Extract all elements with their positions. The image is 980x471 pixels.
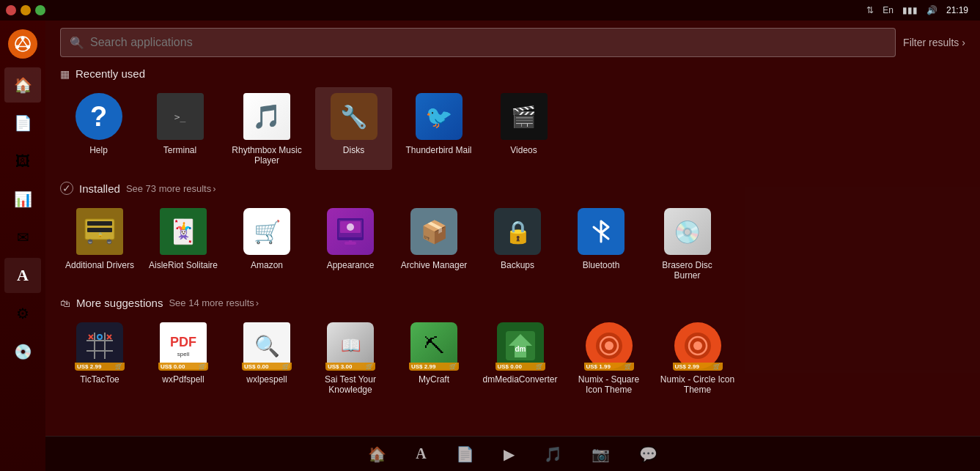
app-disks[interactable]: 🔧 Disks [315,87,392,170]
maximize-button[interactable] [35,5,45,15]
app-bluetooth-label: Bluetooth [583,260,620,270]
section-header-installed: ✓ Installed See 73 more results › [60,182,965,195]
app-appearance[interactable]: Appearance [311,202,390,285]
app-wxlpespell-label: wxlpespell [246,374,287,385]
app-thunderbird-label: Thunderbird Mail [405,145,471,155]
app-sai[interactable]: 📖 US$ 3.00🛒 Sai Test Your Knowledge [311,316,390,399]
taskbar-music-icon[interactable]: 🎵 [544,445,562,463]
installed-section: ✓ Installed See 73 more results › [60,182,965,285]
recently-used-section: ▦ Recently used ? Help [60,67,965,170]
app-help-label: Help [89,145,108,155]
suggestions-bag-icon: 🛍 [60,297,70,309]
app-videos[interactable]: 🎬 Videos [485,87,562,170]
app-bluetooth[interactable]: Bluetooth [561,202,641,285]
app-amazon-label: Amazon [251,260,283,270]
app-backups-label: Backups [501,260,534,270]
sidebar-item-photos[interactable]: 🖼 [4,144,41,179]
taskbar-home-icon[interactable]: 🏠 [368,445,386,463]
main-content: 🔍 Filter results › ▦ Recently used [45,21,980,471]
ubuntu-logo[interactable] [5,26,40,62]
app-archive-manager-label: Archive Manager [401,260,468,270]
app-terminal-icon: >_ [155,92,205,141]
app-help[interactable]: ? Help [60,87,137,170]
taskbar-doc-icon[interactable]: 📄 [456,445,474,463]
search-box[interactable]: 🔍 [60,28,896,57]
section-header-recently-used: ▦ Recently used [60,67,965,80]
svg-point-1 [21,37,25,40]
sidebar-item-text[interactable]: A [4,258,41,293]
app-sai-label: Sai Test Your Knowledge [314,374,387,395]
app-archive-manager[interactable]: 📦 Archive Manager [394,202,474,285]
svg-point-31 [605,341,614,350]
recently-used-grid: ? Help >_ Terminal [60,87,965,170]
app-terminal-label: Terminal [163,145,196,155]
chevron-right-installed-icon: › [213,183,215,194]
section-header-suggestions: 🛍 More suggestions See 14 more results › [60,297,965,309]
installed-checkmark-icon: ✓ [60,182,73,195]
close-button[interactable] [6,5,16,15]
taskbar-text-icon[interactable]: A [416,445,426,462]
app-dmmediaconverter[interactable]: dm US$ 0.00🛒 dmMediaConverter [478,316,562,399]
app-numix-square[interactable]: US$ 1.99🛒 Numix - Square Icon Theme [567,316,651,399]
sidebar-item-email[interactable]: ✉ [4,220,41,255]
clock: 21:19 [946,5,968,15]
suggestions-apps-grid: US$ 2.99🛒 TicTacToe PDF spell [60,316,965,399]
app-aisleriot-label: AisleRiot Solitaire [149,260,218,270]
app-help-icon: ? [74,92,124,141]
filter-results-button[interactable]: Filter results › [903,37,965,48]
app-appearance-label: Appearance [327,260,375,270]
app-list-scroll[interactable]: ▦ Recently used ? Help [45,62,980,436]
svg-rect-5 [87,221,112,226]
sidebar-item-home[interactable]: 🏠 [4,67,41,103]
installed-title: Installed [79,182,120,195]
sidebar-item-files[interactable]: 📄 [4,105,41,141]
search-area: 🔍 Filter results › [45,21,980,62]
window-controls [6,5,45,15]
app-brasero[interactable]: 💿 Brasero Disc Burner [645,202,729,285]
app-disks-label: Disks [343,145,364,155]
svg-point-34 [693,341,702,350]
taskbar-chat-icon[interactable]: 💬 [639,445,657,463]
app-dmmediaconverter-label: dmMediaConverter [482,374,557,385]
search-input[interactable] [90,36,886,49]
svg-rect-17 [349,240,352,242]
app-rhythmbox[interactable]: 🎵 Rhythmbox Music Player [223,87,311,170]
app-thunderbird-icon: 🐦 [414,92,464,141]
app-additional-drivers[interactable]: 🔒 Additional Drivers [60,202,139,285]
sidebar: 🏠 📄 🖼 📊 ✉ A ⚙ 💿 [0,21,45,471]
app-mycraft-label: MyCraft [419,374,449,385]
battery-icon: ▮▮▮ [902,5,918,15]
app-numix-circle[interactable]: US$ 2.99🛒 Numix - Circle Icon Theme [655,316,740,399]
svg-rect-6 [87,228,112,232]
recently-used-icon: ▦ [60,68,70,80]
app-mycraft[interactable]: ⛏ US$ 2.99🛒 MyCraft [394,316,474,399]
taskbar-camera-icon[interactable]: 📷 [592,445,610,463]
app-amazon[interactable]: 🛒 Amazon [227,202,306,285]
suggestions-see-more[interactable]: See 14 more results › [169,297,259,308]
app-aisleriot[interactable]: 🃏 AisleRiot Solitaire [144,202,223,285]
network-icon[interactable]: ⇅ [866,5,874,15]
app-wxlpespell[interactable]: 🔍 US$ 0.00🛒 wxlpespell [227,316,306,399]
app-backups[interactable]: 🔒 Backups [478,202,557,285]
chevron-right-icon: › [962,37,965,48]
app-wxpdfspell[interactable]: PDF spell US$ 0.00🛒 wxPdfspell [144,316,223,399]
svg-text:🔒: 🔒 [97,232,103,238]
app-terminal[interactable]: >_ Terminal [141,87,218,170]
app-brasero-label: Brasero Disc Burner [648,260,726,281]
taskbar-play-icon[interactable]: ▶ [504,445,515,463]
sidebar-item-disk[interactable]: 💿 [4,334,41,369]
installed-see-more[interactable]: See 73 more results › [126,183,216,194]
app-numix-circle-label: Numix - Circle Icon Theme [658,374,737,395]
sidebar-item-spreadsheet[interactable]: 📊 [4,182,41,217]
language-indicator[interactable]: En [883,5,894,15]
app-tictactoe[interactable]: US$ 2.99🛒 TicTacToe [60,316,139,399]
app-videos-label: Videos [510,145,537,155]
app-tictactoe-label: TicTacToe [80,374,119,385]
volume-icon[interactable]: 🔊 [926,5,937,15]
app-thunderbird[interactable]: 🐦 Thunderbird Mail [397,87,481,170]
svg-text:dm: dm [515,345,526,353]
app-videos-icon: 🎬 [499,92,549,141]
minimize-button[interactable] [21,5,31,15]
sidebar-item-settings[interactable]: ⚙ [4,296,41,331]
svg-point-15 [347,223,354,231]
